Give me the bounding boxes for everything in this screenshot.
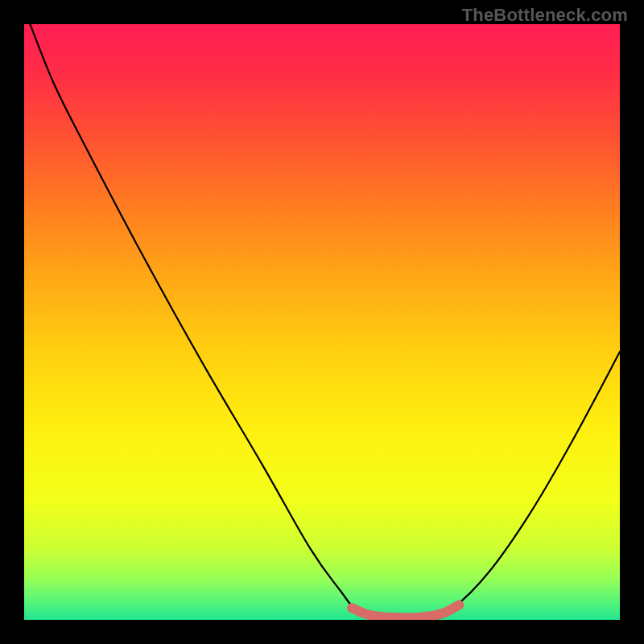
highlight-optimal-range (352, 605, 459, 618)
watermark-text: TheBottleneck.com (462, 5, 628, 26)
curve-layer (24, 24, 620, 620)
bottleneck-curve (30, 24, 620, 618)
chart-plot-area (24, 24, 620, 620)
